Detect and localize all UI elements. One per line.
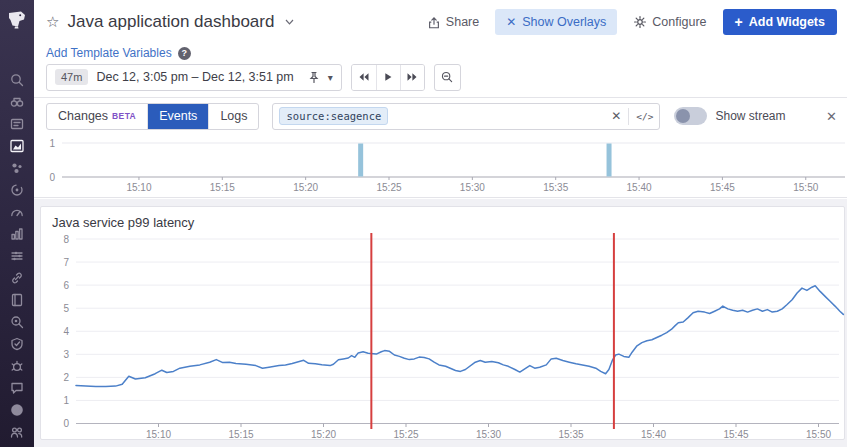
svg-text:15:35: 15:35: [543, 182, 568, 193]
caret-down-icon[interactable]: ▾: [328, 72, 333, 83]
sidebar-item-processes[interactable]: [8, 226, 26, 242]
sidebar-icon-stack: ?: [0, 72, 34, 440]
latency-line-chart[interactable]: 01234567815:1015:1515:2015:2515:3015:351…: [41, 207, 846, 441]
search-query-token[interactable]: source:seagence: [279, 107, 388, 125]
clear-x-icon[interactable]: ✕: [611, 109, 621, 123]
header-actions: Share ✕ Show Overlays Configure + Add Wi…: [427, 9, 837, 35]
x-overlay-icon: ✕: [506, 15, 516, 29]
help-badge-icon[interactable]: ?: [178, 47, 191, 60]
svg-text:15:40: 15:40: [627, 182, 652, 193]
sidebar-item-synthetics[interactable]: [8, 270, 26, 286]
beta-badge: BETA: [112, 111, 136, 121]
play-button[interactable]: [376, 65, 400, 90]
add-widgets-button[interactable]: + Add Widgets: [723, 9, 837, 35]
zoom-out-button[interactable]: [434, 64, 461, 91]
page-title: Java application dashboard: [67, 12, 274, 32]
chevron-down-icon: [284, 18, 295, 26]
pin-icon[interactable]: [308, 71, 320, 84]
svg-text:15:15: 15:15: [210, 182, 235, 193]
search-separator: [628, 108, 629, 125]
tab-events-label: Events: [159, 109, 197, 123]
add-widgets-label: Add Widgets: [749, 15, 825, 29]
sidebar-item-security[interactable]: [8, 314, 26, 330]
svg-text:5: 5: [63, 303, 69, 314]
overlay-tabs: Changes BETA Events Logs: [46, 103, 259, 130]
events-timeline-chart[interactable]: 1015:1015:1515:2015:2515:3015:3515:4015:…: [40, 133, 847, 198]
svg-text:15:20: 15:20: [311, 429, 336, 440]
zoom-out-icon: [440, 70, 454, 84]
close-x-icon[interactable]: ✕: [826, 109, 837, 124]
main-content: ☆ Java application dashboard Share ✕ Sho…: [34, 0, 847, 447]
show-overlays-label: Show Overlays: [522, 15, 606, 29]
tab-logs[interactable]: Logs: [208, 104, 258, 129]
configure-button[interactable]: Configure: [633, 15, 706, 29]
teams-icon: [9, 424, 25, 440]
duration-badge: 47m: [55, 69, 88, 85]
svg-text:15:40: 15:40: [641, 429, 666, 440]
show-stream-group: Show stream: [674, 107, 785, 125]
svg-text:15:10: 15:10: [126, 182, 151, 193]
svg-text:15:25: 15:25: [393, 429, 418, 440]
event-list-icon: [9, 116, 25, 132]
tab-events[interactable]: Events: [147, 104, 208, 129]
svg-text:15:10: 15:10: [146, 429, 171, 440]
sidebar-item-events[interactable]: [8, 116, 26, 132]
sidebar-item-teams[interactable]: [8, 424, 26, 440]
search-icon: [9, 72, 25, 88]
tab-changes[interactable]: Changes BETA: [47, 104, 147, 129]
sidebar-item-hostmap[interactable]: [8, 160, 26, 176]
title-menu-button[interactable]: [284, 18, 295, 26]
section-divider: [34, 97, 847, 98]
datadog-dog-icon: [6, 10, 28, 30]
sidebar-item-search[interactable]: [8, 72, 26, 88]
notebooks-icon: [9, 292, 25, 308]
template-variables-row: Add Template Variables ?: [46, 44, 191, 62]
svg-text:0: 0: [63, 418, 69, 429]
share-icon: [427, 15, 441, 30]
share-button[interactable]: Share: [427, 15, 479, 30]
sidebar-item-watchdog[interactable]: [8, 94, 26, 110]
playback-controls: [351, 64, 425, 91]
sidebar-item-logs[interactable]: [8, 248, 26, 264]
svg-text:4: 4: [63, 326, 69, 337]
apm-trace-icon: [9, 182, 25, 198]
svg-text:0: 0: [49, 172, 55, 183]
datadog-logo[interactable]: [0, 0, 34, 34]
tab-changes-label: Changes: [58, 109, 108, 123]
sidebar-item-help[interactable]: ?: [8, 402, 26, 418]
sidebar-item-metrics[interactable]: [8, 204, 26, 220]
show-overlays-button[interactable]: ✕ Show Overlays: [495, 9, 617, 35]
fast-forward-button[interactable]: [400, 65, 424, 90]
time-range-selector[interactable]: 47m Dec 12, 3:05 pm – Dec 12, 3:51 pm ▾: [46, 64, 342, 91]
dashboard-canvas: Java service p99 latency 01234567815:101…: [34, 199, 847, 447]
svg-text:?: ?: [14, 405, 19, 415]
sidebar-item-dashboards[interactable]: [8, 138, 26, 154]
sidebar-item-feedback[interactable]: [8, 380, 26, 396]
svg-text:15:35: 15:35: [558, 429, 583, 440]
svg-text:7: 7: [63, 257, 69, 268]
svg-text:2: 2: [63, 372, 69, 383]
svg-text:8: 8: [63, 234, 69, 245]
sidebar-item-apm[interactable]: [8, 182, 26, 198]
title-group: ☆ Java application dashboard: [46, 12, 295, 32]
svg-text:3: 3: [63, 349, 69, 360]
svg-text:6: 6: [63, 280, 69, 291]
rewind-button[interactable]: [352, 65, 376, 90]
svg-text:15:25: 15:25: [376, 182, 401, 193]
sidebar-nav: ?: [0, 0, 34, 447]
events-overlay-timeline: 1015:1015:1515:2015:2515:3015:3515:4015:…: [34, 133, 847, 198]
time-controls-row: 47m Dec 12, 3:05 pm – Dec 12, 3:51 pm ▾: [46, 63, 461, 91]
event-search-input[interactable]: source:seagence ✕ </>: [272, 103, 660, 130]
svg-text:15:45: 15:45: [723, 429, 748, 440]
sidebar-item-notebooks[interactable]: [8, 292, 26, 308]
security-scan-icon: [9, 314, 25, 330]
svg-text:15:20: 15:20: [293, 182, 318, 193]
show-stream-label: Show stream: [715, 109, 785, 123]
svg-text:1: 1: [63, 395, 69, 406]
sidebar-item-compliance[interactable]: [8, 336, 26, 352]
star-favorite-icon[interactable]: ☆: [46, 13, 59, 31]
code-brackets-icon[interactable]: </>: [636, 111, 653, 122]
show-stream-toggle[interactable]: [674, 107, 707, 125]
add-template-variables-link[interactable]: Add Template Variables: [46, 46, 172, 60]
sidebar-item-error-tracking[interactable]: [8, 358, 26, 374]
